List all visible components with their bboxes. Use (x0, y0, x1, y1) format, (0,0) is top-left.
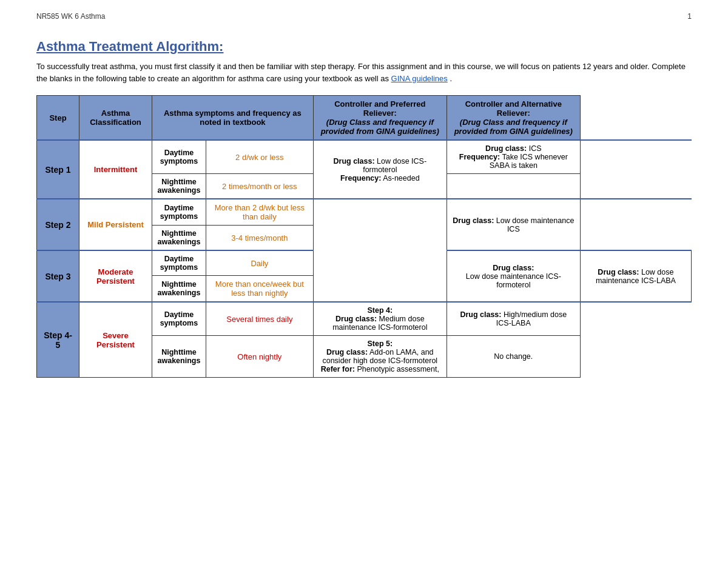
page-number: 1 (687, 12, 692, 21)
step-3-alternative: Drug class: Low dose maintenance ICS-LAB… (580, 250, 691, 302)
page: NR585 WK 6 Asthma 1 Asthma Treatment Alg… (0, 0, 728, 562)
header-preferred: Controller and Preferred Reliever: (Drug… (313, 96, 447, 141)
step-4-preferred: Step 4: Drug class: Medium dose maintena… (313, 302, 447, 336)
header-step: Step (37, 96, 79, 141)
step-3-daytime-type: Daytimesymptoms (152, 250, 206, 276)
page-title: Asthma Treatment Algorithm: (36, 39, 692, 55)
doc-title: NR585 WK 6 Asthma (36, 12, 105, 21)
step-1-nighttime-type: Nighttimeawakenings (152, 174, 206, 199)
step-45-label: Step 4-5 (37, 302, 79, 378)
step-1-nighttime-value: 2 times/month or less (206, 174, 313, 199)
step-2-classification: Mild Persistent (79, 199, 152, 250)
step-45-daytime-value: Several times daily (206, 302, 313, 336)
step-1-daytime-value: 2 d/wk or less (206, 140, 313, 174)
step-1-preferred: Drug class: Low dose ICS-formoterol Freq… (313, 140, 447, 199)
step-45-nighttime-type: Nighttimeawakenings (152, 336, 206, 378)
step-3-label: Step 3 (37, 250, 79, 302)
intro-text: To successfully treat asthma, you must f… (36, 61, 692, 84)
header-alternative: Controller and Alternative Reliever: (Dr… (447, 96, 580, 141)
step-3-nighttime-type: Nighttimeawakenings (152, 276, 206, 303)
step-45-classification: SeverePersistent (79, 302, 152, 378)
table-row: Step 4-5 SeverePersistent Daytimesymptom… (37, 302, 692, 336)
step-2-label: Step 2 (37, 199, 79, 250)
step-5-preferred: Step 5: Drug class: Add-on LAMA, and con… (313, 336, 447, 378)
table-row: Step 1 Intermittent Daytimesymptoms 2 d/… (37, 140, 692, 174)
gina-link[interactable]: GINA guidelines (391, 74, 448, 83)
step-3-daytime-value: Daily (206, 250, 313, 276)
step-1-label: Step 1 (37, 140, 79, 199)
step-1-classification: Intermittent (79, 140, 152, 199)
step-3-classification: ModeratePersistent (79, 250, 152, 302)
step-1-alternative-row1: Drug class: ICS Frequency: Take ICS when… (447, 140, 580, 174)
step-3-nighttime-value: More than once/week but less than nightl… (206, 276, 313, 303)
table-row: Step 2 Mild Persistent Daytimesymptoms M… (37, 199, 692, 226)
step-2-alternative: Drug class: Low dose maintenance ICS (447, 199, 580, 250)
step-1-alternative-row2 (447, 174, 580, 199)
step-45-daytime-type: Daytimesymptoms (152, 302, 206, 336)
step-1-2-preferred-merged (313, 199, 447, 302)
algorithm-table: Step Asthma Classification Asthma sympto… (36, 95, 692, 378)
header-symptoms: Asthma symptoms and frequency as noted i… (152, 96, 314, 141)
step-2-daytime-type: Daytimesymptoms (152, 199, 206, 226)
step-45-nighttime-value: Often nightly (206, 336, 313, 378)
step-3-preferred: Drug class:Low dose maintenance ICS-form… (447, 250, 580, 302)
step-2-daytime-value: More than 2 d/wk but less than daily (206, 199, 313, 226)
header-bar: NR585 WK 6 Asthma 1 (36, 12, 692, 21)
step-2-nighttime-type: Nighttimeawakenings (152, 226, 206, 251)
title-section: Asthma Treatment Algorithm: To successfu… (36, 39, 692, 84)
step-1-daytime-type: Daytimesymptoms (152, 140, 206, 174)
step-2-nighttime-value: 3-4 times/month (206, 226, 313, 251)
header-classification: Asthma Classification (79, 96, 152, 141)
step-5-alternative: No change. (447, 336, 580, 378)
step-4-alternative: Drug class: High/medium dose ICS-LABA (447, 302, 580, 336)
